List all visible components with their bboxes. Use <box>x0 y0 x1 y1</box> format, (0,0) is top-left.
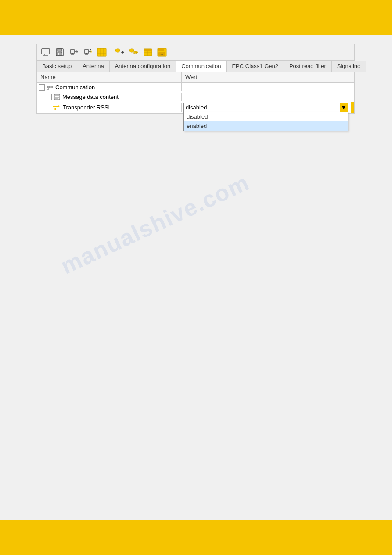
svg-marker-50 <box>58 105 60 108</box>
db-flow1-icon[interactable] <box>114 46 126 58</box>
watermark: manualshive.com <box>57 169 253 279</box>
column-name-header: Name <box>37 72 182 82</box>
tree-cell-message-name: − Message data content <box>37 93 182 101</box>
svg-rect-5 <box>58 49 62 51</box>
svg-rect-7 <box>59 53 61 55</box>
header-bar <box>0 0 392 35</box>
svg-rect-19 <box>97 48 106 56</box>
tree-cell-message-value <box>182 96 354 98</box>
panel-header: Name Wert <box>37 72 354 83</box>
main-content: CSV Basic setup Antenna Antenna configur… <box>36 44 355 114</box>
svg-rect-0 <box>42 49 50 54</box>
option-disabled[interactable]: disabled <box>184 112 348 121</box>
rssi-dropdown-value: disabled <box>184 103 340 112</box>
tree-row-message-data: − Message data content <box>37 92 354 102</box>
tree-row-transponder-rssi: Transponder RSSI disabled ▼ disabled ena… <box>37 102 354 113</box>
svg-rect-8 <box>70 50 75 53</box>
tab-communication[interactable]: Communication <box>176 61 227 72</box>
svg-line-18 <box>90 49 91 50</box>
tab-antenna[interactable]: Antenna <box>77 61 109 72</box>
save-icon[interactable] <box>54 46 66 58</box>
grid-icon[interactable] <box>96 46 108 58</box>
collapse-communication-btn[interactable]: − <box>39 84 45 91</box>
transponder-rssi-label: Transponder RSSI <box>63 104 110 111</box>
tab-epc-class1[interactable]: EPC Class1 Gen2 <box>227 61 284 72</box>
dropdown-arrow-icon: ▼ <box>340 103 348 112</box>
tabs-bar: Basic setup Antenna Antenna configuratio… <box>36 60 355 72</box>
svg-rect-40 <box>47 86 50 88</box>
db-save-icon[interactable]: CSV <box>156 46 168 58</box>
communication-label: Communication <box>55 84 95 91</box>
column-value-header: Wert <box>182 72 354 82</box>
db-flow2-icon[interactable] <box>128 46 140 58</box>
footer-bar <box>0 520 392 555</box>
svg-rect-39 <box>162 49 162 51</box>
tab-signaling[interactable]: Signaling <box>332 61 367 72</box>
message-list-icon <box>54 94 60 100</box>
rssi-arrows-icon <box>53 105 61 111</box>
svg-rect-13 <box>84 50 89 53</box>
rssi-dropdown-wrapper: disabled ▼ disabled enabled <box>183 103 348 112</box>
panel: Name Wert − Communication <box>36 72 355 114</box>
tree-cell-communication-value <box>182 87 354 88</box>
svg-marker-26 <box>122 51 124 54</box>
row-indicator <box>351 102 354 113</box>
tab-antenna-config[interactable]: Antenna configuration <box>110 61 176 72</box>
svg-rect-31 <box>144 49 152 51</box>
monitor-icon[interactable] <box>40 46 52 58</box>
tree-cell-communication-name: − Communication <box>37 83 182 91</box>
communication-icon <box>47 84 53 91</box>
tab-basic-setup[interactable]: Basic setup <box>37 61 77 72</box>
device2-icon[interactable] <box>82 46 94 58</box>
message-data-label: Message data content <box>62 94 119 100</box>
tab-post-read-filter[interactable]: Post read filter <box>284 61 332 72</box>
separator-1 <box>111 47 111 57</box>
dropdown-options-list: disabled enabled <box>183 112 348 131</box>
tree-row-communication: − Communication <box>37 83 354 92</box>
toolbar: CSV <box>36 44 355 60</box>
svg-marker-52 <box>54 108 56 110</box>
collapse-message-btn[interactable]: − <box>46 94 52 100</box>
svg-rect-36 <box>158 48 164 51</box>
db-table-icon[interactable] <box>142 46 154 58</box>
rssi-dropdown[interactable]: disabled ▼ <box>183 103 348 112</box>
tree-cell-rssi-name: Transponder RSSI <box>37 103 182 112</box>
svg-rect-42 <box>51 86 53 88</box>
tree-cell-rssi-value: disabled ▼ disabled enabled <box>182 102 351 113</box>
svg-text:CSV: CSV <box>159 53 164 56</box>
option-enabled[interactable]: enabled <box>184 121 348 131</box>
device1-icon[interactable] <box>68 46 80 58</box>
